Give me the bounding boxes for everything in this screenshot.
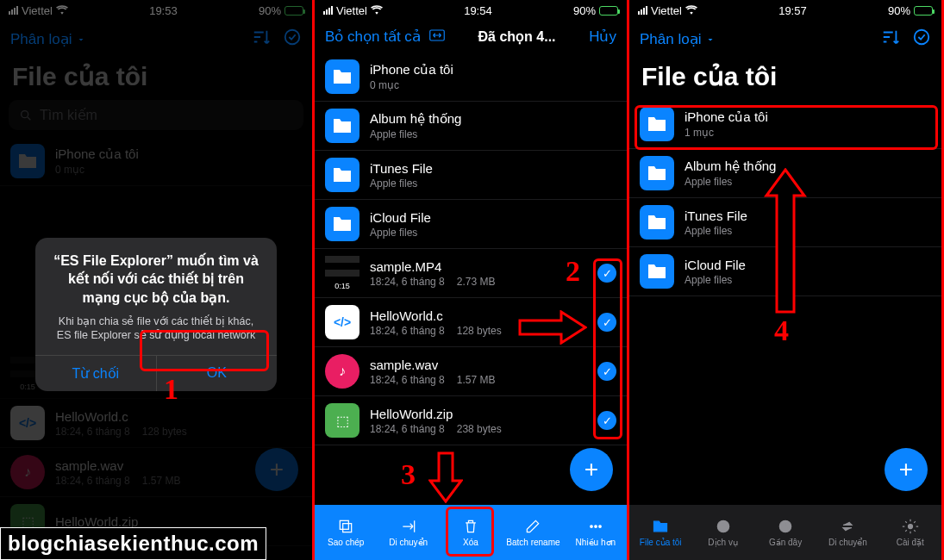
screen-2: Viettel 19:54 90% Bỏ chọn tất cả Đã chọn… bbox=[315, 0, 629, 560]
tab-bar: File của tôi Dịch vụ Gần đây Di chuyển C… bbox=[629, 505, 941, 560]
status-bar: Viettel 19:54 90% bbox=[315, 0, 627, 21]
screen-1: Viettel 19:53 90% Phân loại File của tôi bbox=[0, 0, 315, 560]
tab-recent[interactable]: Gần đây bbox=[754, 505, 816, 560]
tab-files[interactable]: File của tôi bbox=[629, 505, 691, 560]
svg-point-5 bbox=[591, 526, 593, 528]
rename-action[interactable]: Batch rename bbox=[502, 505, 564, 560]
clock: 19:57 bbox=[778, 4, 807, 17]
audio-icon: ♪ bbox=[325, 354, 359, 389]
folder-itunes[interactable]: iTunes FileApple files bbox=[315, 151, 627, 200]
signal-icon bbox=[323, 6, 333, 15]
wifi-icon bbox=[685, 4, 697, 17]
folder-icon bbox=[325, 158, 359, 192]
add-button[interactable]: + bbox=[885, 448, 928, 491]
folder-icon bbox=[325, 109, 359, 143]
battery-pct: 90% bbox=[888, 4, 910, 17]
svg-rect-4 bbox=[341, 520, 349, 529]
more-action[interactable]: Nhiều hơn bbox=[565, 505, 627, 560]
anno-num-3: 3 bbox=[401, 458, 416, 491]
folder-icon bbox=[640, 205, 674, 240]
svg-rect-3 bbox=[343, 524, 352, 532]
file-mp4[interactable]: 0:15 sample.MP418:24, 6 tháng 82.73 MB ✓ bbox=[315, 249, 627, 298]
action-bar: Sao chép Di chuyển Xóa Batch rename Nhiề… bbox=[315, 505, 627, 560]
anno-arrow-3 bbox=[428, 451, 463, 503]
permission-dialog: “ES File Explorer” muốn tìm và kết nối v… bbox=[35, 238, 277, 392]
folder-icloud[interactable]: iCloud FileApple files bbox=[629, 247, 941, 296]
delete-action[interactable]: Xóa bbox=[440, 505, 502, 560]
folder-icon bbox=[325, 207, 359, 241]
anno-num-4: 4 bbox=[774, 314, 789, 347]
svg-point-11 bbox=[908, 525, 912, 529]
carrier-label: Viettel bbox=[651, 4, 682, 17]
signal-icon bbox=[638, 6, 647, 15]
dialog-title: “ES File Explorer” muốn tìm và kết nối v… bbox=[35, 238, 277, 311]
folder-album[interactable]: Album hệ thốngApple files bbox=[629, 149, 941, 198]
checkbox-checked[interactable]: ✓ bbox=[597, 264, 616, 283]
tab-services[interactable]: Dịch vụ bbox=[691, 505, 753, 560]
code-icon: </> bbox=[325, 305, 359, 339]
watermark: blogchiasekienthuc.com bbox=[0, 527, 266, 560]
carrier-label: Viettel bbox=[336, 4, 367, 17]
move-action[interactable]: Di chuyển bbox=[377, 505, 439, 560]
file-c[interactable]: </> HelloWorld.c18:24, 6 tháng 8128 byte… bbox=[315, 298, 627, 347]
file-wav[interactable]: ♪ sample.wav18:24, 6 tháng 81.57 MB ✓ bbox=[315, 347, 627, 396]
video-thumb: 0:15 bbox=[325, 256, 359, 290]
copy-action[interactable]: Sao chép bbox=[315, 505, 377, 560]
cancel-button[interactable]: Hủy bbox=[589, 28, 616, 46]
folder-iphone[interactable]: iPhone của tôi1 mục bbox=[629, 100, 941, 149]
folder-icon bbox=[640, 156, 674, 190]
checkbox-checked[interactable]: ✓ bbox=[597, 313, 616, 332]
dialog-message: Khi bạn chia sẻ file với các thiết bị kh… bbox=[35, 311, 277, 356]
clock: 19:54 bbox=[464, 4, 492, 17]
svg-point-6 bbox=[595, 526, 597, 528]
status-bar: Viettel 19:57 90% bbox=[629, 0, 941, 21]
folder-icon bbox=[325, 59, 359, 94]
checkbox-checked[interactable]: ✓ bbox=[597, 362, 616, 381]
svg-point-8 bbox=[915, 30, 929, 45]
checkbox-checked[interactable]: ✓ bbox=[597, 411, 616, 430]
battery-icon bbox=[914, 6, 933, 16]
ok-button[interactable]: OK bbox=[157, 356, 278, 391]
add-button[interactable]: + bbox=[570, 448, 613, 491]
wifi-icon bbox=[371, 4, 383, 17]
category-label: Phân loại bbox=[640, 31, 701, 47]
tab-settings[interactable]: Cài đặt bbox=[879, 505, 941, 560]
folder-icon bbox=[640, 254, 674, 289]
battery-icon bbox=[599, 6, 618, 16]
deselect-all-button[interactable]: Bỏ chọn tất cả bbox=[325, 28, 421, 46]
nav-bar: Bỏ chọn tất cả Đã chọn 4... Hủy bbox=[315, 21, 627, 53]
folder-album[interactable]: Album hệ thốngApple files bbox=[315, 102, 627, 151]
selected-count: Đã chọn 4... bbox=[478, 28, 556, 45]
nav-bar: Phân loại bbox=[629, 21, 941, 58]
folder-itunes[interactable]: iTunes FileApple files bbox=[629, 198, 941, 247]
dialog-backdrop: “ES File Explorer” muốn tìm và kết nối v… bbox=[0, 0, 312, 560]
tab-transfer[interactable]: Di chuyển bbox=[816, 505, 878, 560]
file-zip[interactable]: ⬚ HelloWorld.zip18:24, 6 tháng 8238 byte… bbox=[315, 396, 627, 445]
sort-icon[interactable] bbox=[881, 28, 900, 51]
battery-pct: 90% bbox=[573, 4, 596, 17]
zip-icon: ⬚ bbox=[325, 403, 359, 438]
folder-iphone[interactable]: iPhone của tôi0 mục bbox=[315, 53, 627, 102]
folder-icloud[interactable]: iCloud FileApple files bbox=[315, 200, 627, 249]
select-mode-icon[interactable] bbox=[912, 28, 931, 51]
category-dropdown[interactable]: Phân loại bbox=[640, 30, 716, 48]
page-title: File của tôi bbox=[629, 58, 941, 100]
folder-icon bbox=[640, 107, 674, 141]
screen-3: Viettel 19:57 90% Phân loại File của tôi… bbox=[629, 0, 944, 560]
deny-button[interactable]: Từ chối bbox=[35, 356, 157, 391]
svg-point-7 bbox=[599, 526, 602, 528]
resize-icon[interactable] bbox=[429, 28, 445, 46]
